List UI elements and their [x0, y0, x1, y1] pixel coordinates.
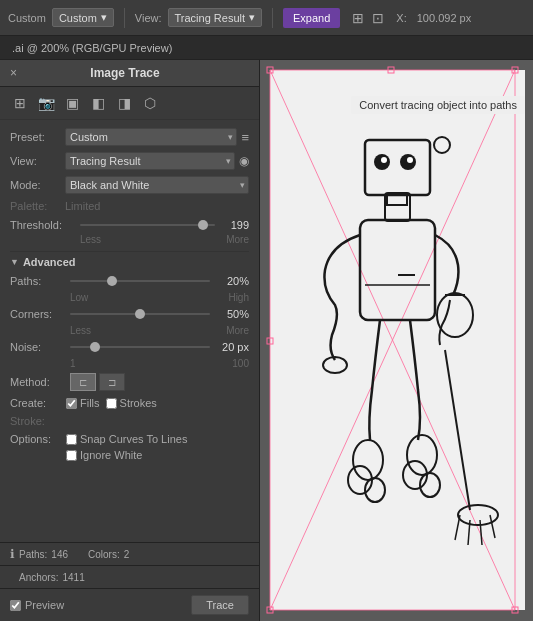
mode-select[interactable]: Black and White	[65, 176, 249, 194]
preset-select[interactable]: Custom	[65, 128, 237, 146]
corners-slider-thumb[interactable]	[135, 309, 145, 319]
canvas-area[interactable]: Convert tracing object into paths	[260, 60, 533, 621]
fills-checkbox-label[interactable]: Fills	[66, 397, 100, 409]
threshold-less-label: Less	[80, 234, 101, 245]
view-label: View:	[10, 155, 65, 167]
divider-1	[10, 251, 249, 252]
tracing-icon-btn[interactable]: ⊞	[10, 93, 30, 113]
svg-point-18	[407, 157, 413, 163]
paths-count-label: Paths:	[19, 549, 47, 560]
info-bar-2: ℹ Anchors: 1411	[0, 565, 259, 588]
anchors-count: 1411	[62, 572, 84, 583]
snap-curves-label[interactable]: Snap Curves To Lines	[66, 433, 187, 445]
preset-toolbar-value: Custom	[59, 12, 97, 24]
corners-value: 50%	[214, 308, 249, 320]
method-btn-1[interactable]: ⊏	[70, 373, 96, 391]
footer-bar: Preview Trace	[0, 588, 259, 621]
corners-row: Corners: 50%	[10, 307, 249, 321]
strokes-checkbox-label[interactable]: Strokes	[106, 397, 157, 409]
preview-checkbox-label[interactable]: Preview	[10, 599, 64, 611]
preview-checkbox[interactable]	[10, 600, 21, 611]
palette-label: Palette:	[10, 200, 65, 212]
method-label: Method:	[10, 376, 70, 388]
noise-row: Noise: 20 px	[10, 340, 249, 354]
panel-close-button[interactable]: ×	[10, 66, 17, 80]
fills-label: Fills	[80, 397, 100, 409]
panel1-icon-btn[interactable]: ▣	[62, 93, 82, 113]
view-eye-btn[interactable]: ◉	[239, 154, 249, 168]
noise-min-label: 1	[70, 358, 76, 369]
align-icon-btn[interactable]: ⊡	[370, 8, 386, 28]
mode-row: Mode: Black and White ▾	[10, 176, 249, 194]
preset-toolbar-dropdown[interactable]: Custom ▾	[52, 8, 114, 27]
advanced-section-header[interactable]: ▼ Advanced	[10, 256, 249, 268]
toolbar-separator-2	[272, 8, 273, 28]
svg-rect-1	[270, 70, 525, 610]
panel-icons-row: ⊞ 📷 ▣ ◧ ◨ ⬡	[0, 87, 259, 120]
main-area: × Image Trace ⊞ 📷 ▣ ◧ ◨ ⬡ Preset: Custom…	[0, 60, 533, 621]
preset-menu-btn[interactable]: ≡	[241, 130, 249, 145]
advanced-collapse-icon: ▼	[10, 257, 19, 267]
fills-checkbox[interactable]	[66, 398, 77, 409]
noise-slider-thumb[interactable]	[90, 342, 100, 352]
snap-curves-text: Snap Curves To Lines	[80, 433, 187, 445]
panel-title: Image Trace	[90, 66, 159, 80]
ignore-white-label[interactable]: Ignore White	[66, 449, 142, 461]
snap-curves-checkbox[interactable]	[66, 434, 77, 445]
mode-select-wrapper: Black and White ▾	[65, 176, 249, 194]
paths-range-labels: Low High	[10, 292, 249, 303]
info-icon[interactable]: ℹ	[10, 547, 15, 561]
top-toolbar: Custom Custom ▾ View: Tracing Result ▾ E…	[0, 0, 533, 36]
tab-bar: .ai @ 200% (RGB/GPU Preview)	[0, 36, 533, 60]
info-bar: ℹ Paths: 146 Colors: 2	[0, 542, 259, 565]
x-value: 100.092 px	[417, 12, 471, 24]
toolbar-icons-group: ⊞ ⊡	[350, 8, 386, 28]
view-row: View: Tracing Result ▾ ◉	[10, 152, 249, 170]
options-row-1: Options: Snap Curves To Lines	[10, 433, 249, 445]
advanced-section-title: Advanced	[23, 256, 76, 268]
paths-low-label: Low	[70, 292, 88, 303]
strokes-checkbox[interactable]	[106, 398, 117, 409]
expand-button[interactable]: Expand	[283, 8, 340, 28]
threshold-value: 199	[219, 219, 249, 231]
threshold-slider-thumb[interactable]	[198, 220, 208, 230]
ignore-white-checkbox[interactable]	[66, 450, 77, 461]
paths-slider-thumb[interactable]	[107, 276, 117, 286]
panel2-icon-btn[interactable]: ◧	[88, 93, 108, 113]
chevron-icon: ▾	[101, 11, 107, 24]
corners-less-label: Less	[70, 325, 91, 336]
shape-icon-btn[interactable]: ⬡	[140, 93, 160, 113]
colors-label: Colors:	[88, 549, 120, 560]
trace-button[interactable]: Trace	[191, 595, 249, 615]
tooltip: Convert tracing object into paths	[351, 96, 525, 114]
create-label: Create:	[10, 397, 60, 409]
paths-value: 20%	[214, 275, 249, 287]
panel-body: Preset: Custom ▾ ≡ View: Tracing Result …	[0, 120, 259, 542]
noise-slider-container	[70, 340, 210, 354]
grid-icon-btn[interactable]: ⊞	[350, 8, 366, 28]
photo-icon-btn[interactable]: 📷	[36, 93, 56, 113]
palette-value: Limited	[65, 200, 100, 212]
view-toolbar-dropdown[interactable]: Tracing Result ▾	[168, 8, 263, 27]
threshold-slider-track	[80, 224, 215, 226]
panel3-icon-btn[interactable]: ◨	[114, 93, 134, 113]
preset-select-wrapper: Custom ▾	[65, 128, 237, 146]
view-select[interactable]: Tracing Result	[65, 152, 235, 170]
preset-toolbar-label: Custom	[8, 12, 46, 24]
tab-label[interactable]: .ai @ 200% (RGB/GPU Preview)	[6, 42, 178, 54]
threshold-row: Threshold: 199	[10, 218, 249, 232]
view-toolbar-label: View:	[135, 12, 162, 24]
image-trace-panel: × Image Trace ⊞ 📷 ▣ ◧ ◨ ⬡ Preset: Custom…	[0, 60, 260, 621]
toolbar-separator-1	[124, 8, 125, 28]
create-row: Create: Fills Strokes	[10, 397, 249, 409]
paths-row: Paths: 20%	[10, 274, 249, 288]
preview-label-text: Preview	[25, 599, 64, 611]
palette-row: Palette: Limited	[10, 200, 249, 212]
preset-row: Preset: Custom ▾ ≡	[10, 128, 249, 146]
panel-header: × Image Trace	[0, 60, 259, 87]
threshold-label: Threshold:	[10, 219, 80, 231]
anchors-label: Anchors:	[19, 572, 58, 583]
corners-range-labels: Less More	[10, 325, 249, 336]
method-btn-2[interactable]: ⊐	[99, 373, 125, 391]
paths-slider-track	[70, 280, 210, 282]
